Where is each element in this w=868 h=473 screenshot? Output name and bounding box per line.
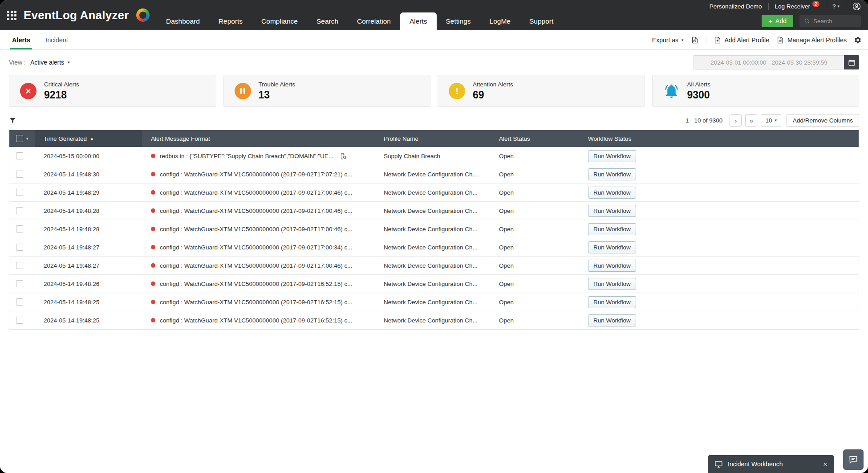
row-checkbox[interactable] [16, 298, 23, 306]
top-utility-strip: Personalized Demo Log Receiver 2 ? ▾ [710, 0, 861, 12]
run-workflow-button[interactable]: Run Workflow [588, 278, 636, 290]
apps-grid-icon[interactable] [7, 11, 16, 20]
nav-alerts[interactable]: Alerts [400, 12, 437, 30]
severity-dot-icon [151, 208, 155, 213]
topbar: EventLog Analyzer Personalized Demo Log … [0, 0, 868, 30]
run-workflow-button[interactable]: Run Workflow [588, 223, 636, 235]
chat-bubble-icon [848, 455, 858, 465]
header-profile-name[interactable]: Profile Name [375, 130, 490, 147]
header-search[interactable] [799, 15, 861, 27]
cell-time: 2024-05-14 19:48:26 [35, 281, 142, 287]
cell-profile[interactable]: Network Device Configuration Ch... [375, 317, 490, 324]
run-workflow-button[interactable]: Run Workflow [588, 187, 636, 199]
export-schedule-icon[interactable] [691, 36, 699, 44]
last-page-button[interactable]: » [745, 114, 757, 126]
cell-message: redbus.in : {"SUBTYPE":"Supply Chain Bre… [142, 152, 375, 160]
add-alert-profile-button[interactable]: Add Alert Profile [714, 36, 769, 44]
run-workflow-button[interactable]: Run Workflow [588, 260, 636, 272]
run-workflow-button[interactable]: Run Workflow [588, 296, 636, 308]
cell-status: Open [490, 244, 579, 251]
user-avatar-icon[interactable] [852, 2, 861, 11]
row-checkbox[interactable] [16, 244, 23, 251]
row-checkbox[interactable] [16, 171, 23, 178]
add-button[interactable]: + Add [762, 15, 793, 27]
cell-profile[interactable]: Network Device Configuration Ch... [375, 171, 490, 178]
add-remove-columns-button[interactable]: Add/Remove Columns [787, 114, 859, 127]
select-all-checkbox[interactable] [16, 135, 23, 142]
stat-trouble-alerts[interactable]: Trouble Alerts 13 [223, 75, 431, 107]
incident-workbench-bar[interactable]: Incident Workbench × [708, 455, 834, 473]
cell-profile[interactable]: Supply Chain Breach [375, 153, 490, 159]
cell-profile[interactable]: Network Device Configuration Ch... [375, 281, 490, 287]
cell-profile[interactable]: Network Device Configuration Ch... [375, 244, 490, 251]
nav-compliance[interactable]: Compliance [252, 12, 307, 30]
view-dropdown[interactable]: Active alerts ▾ [30, 59, 70, 66]
nav-reports[interactable]: Reports [209, 12, 252, 30]
page-size-value: 10 [765, 117, 772, 124]
settings-gear-icon[interactable] [854, 36, 862, 44]
log-receiver-link[interactable]: Log Receiver 2 [775, 3, 819, 10]
table-row: 2024-05-14 19:48:26 configd : WatchGuard… [9, 275, 859, 293]
date-range-picker[interactable]: 2024-05-01 00:00:00 - 2024-05-30 23:59:5… [694, 55, 859, 69]
run-workflow-button[interactable]: Run Workflow [588, 168, 636, 180]
row-checkbox[interactable] [16, 262, 23, 269]
chevron-down-icon[interactable]: ▾ [26, 136, 28, 141]
cell-profile[interactable]: Network Device Configuration Ch... [375, 299, 490, 306]
cell-message: configd : WatchGuard-XTM V1C5000000000 (… [142, 208, 375, 214]
alert-message: configd : WatchGuard-XTM V1C5000000000 (… [160, 226, 353, 232]
nav-support[interactable]: Support [520, 12, 563, 30]
close-icon[interactable]: × [823, 461, 827, 468]
cell-profile[interactable]: Network Device Configuration Ch... [375, 262, 490, 269]
severity-dot-icon [151, 172, 155, 176]
header-alert-status[interactable]: Alert Status [490, 130, 579, 147]
cell-time: 2024-05-14 19:48:28 [35, 208, 142, 214]
view-raw-log-icon[interactable] [340, 152, 347, 160]
filter-icon[interactable] [9, 117, 16, 124]
run-workflow-button[interactable]: Run Workflow [588, 205, 636, 217]
export-as-label: Export as [652, 37, 678, 44]
severity-dot-icon [151, 227, 155, 231]
nav-dashboard[interactable]: Dashboard [157, 12, 209, 30]
row-checkbox[interactable] [16, 152, 23, 159]
stat-all-alerts[interactable]: All Alerts 9300 [652, 75, 860, 107]
help-button[interactable]: ? ▾ [832, 3, 840, 10]
cell-message: configd : WatchGuard-XTM V1C5000000000 (… [142, 171, 375, 178]
header-time-generated[interactable]: Time Generated ▲ [35, 130, 142, 147]
nav-settings[interactable]: Settings [437, 12, 480, 30]
stat-label: Attention Alerts [473, 81, 513, 88]
stat-attention-alerts[interactable]: ! Attention Alerts 69 [438, 75, 645, 107]
nav-logme[interactable]: LogMe [480, 12, 520, 30]
header-alert-message-format[interactable]: Alert Message Format [142, 130, 375, 147]
cell-message: configd : WatchGuard-XTM V1C5000000000 (… [142, 262, 375, 269]
export-as-dropdown[interactable]: Export as ▾ [652, 37, 684, 44]
run-workflow-button[interactable]: Run Workflow [588, 314, 636, 326]
row-checkbox[interactable] [16, 317, 23, 324]
nav-correlation[interactable]: Correlation [348, 12, 400, 30]
search-input[interactable] [813, 18, 856, 24]
feedback-chat-button[interactable] [843, 449, 864, 470]
cell-profile[interactable]: Network Device Configuration Ch... [375, 208, 490, 214]
next-page-button[interactable]: › [730, 114, 742, 126]
row-checkbox[interactable] [16, 225, 23, 232]
header-workflow-status[interactable]: Workflow Status [579, 130, 859, 147]
row-checkbox[interactable] [16, 189, 23, 196]
tab-alerts[interactable]: Alerts [4, 30, 38, 49]
table-row: 2024-05-14 19:48:29 configd : WatchGuard… [9, 183, 859, 202]
cell-profile[interactable]: Network Device Configuration Ch... [375, 226, 490, 232]
manage-alert-profiles-button[interactable]: Manage Alert Profiles [776, 36, 847, 44]
tab-incident[interactable]: Incident [38, 30, 76, 49]
row-checkbox[interactable] [16, 280, 23, 287]
manage-alert-profiles-label: Manage Alert Profiles [787, 37, 847, 44]
table-header: ▾ Time Generated ▲ Alert Message Format … [9, 130, 859, 147]
stat-critical-alerts[interactable]: Critical Alerts 9218 [9, 75, 216, 107]
add-button-label: Add [775, 17, 787, 24]
run-workflow-button[interactable]: Run Workflow [588, 150, 636, 162]
nav-search[interactable]: Search [307, 12, 348, 30]
cell-status: Open [490, 299, 579, 306]
row-checkbox[interactable] [16, 207, 23, 214]
page-size-dropdown[interactable]: 10 ▾ [761, 114, 781, 126]
calendar-icon[interactable] [844, 55, 859, 69]
run-workflow-button[interactable]: Run Workflow [588, 241, 636, 253]
cell-profile[interactable]: Network Device Configuration Ch... [375, 189, 490, 196]
divider [768, 3, 769, 10]
